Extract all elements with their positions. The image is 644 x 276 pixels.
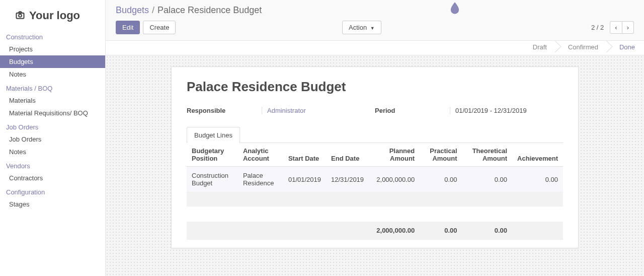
logo-text: Your logo	[29, 9, 80, 22]
pager-count: 2 / 2	[591, 24, 604, 31]
cell-theoretical-amount: 0.00	[462, 167, 512, 192]
sidebar-item-budgets[interactable]: Budgets	[0, 55, 105, 68]
col-analytic-account[interactable]: Analytic Account	[238, 143, 283, 167]
water-drop-icon	[448, 1, 462, 17]
page-title: Palace Residence Budget	[187, 79, 563, 95]
status-step-done[interactable]: Done	[607, 41, 644, 55]
logo[interactable]: Your logo	[0, 9, 105, 29]
nav-section-vendors[interactable]: Vendors	[0, 158, 105, 172]
chevron-left-icon: ‹	[615, 24, 617, 31]
col-planned-amount[interactable]: Planned Amount	[369, 143, 420, 167]
topbar: Budgets / Palace Residence Budget	[106, 0, 644, 21]
content-area: Palace Residence Budget Responsible Admi…	[106, 55, 644, 276]
cell-start-date: 01/01/2019	[283, 167, 326, 192]
breadcrumb-root[interactable]: Budgets	[116, 5, 149, 16]
toolbar: Edit Create Action ▼ 2 / 2 ‹ ›	[106, 21, 644, 40]
table-header-row: Budgetary Position Analytic Account Star…	[187, 143, 563, 167]
table-row[interactable]: Construction Budget Palace Residence 01/…	[187, 167, 563, 192]
col-start-date[interactable]: Start Date	[283, 143, 326, 167]
create-button[interactable]: Create	[143, 21, 176, 34]
budget-lines-table: Budgetary Position Analytic Account Star…	[187, 143, 563, 240]
status-step-confirmed[interactable]: Confirmed	[556, 41, 607, 55]
total-planned: 2,000,000.00	[369, 222, 420, 240]
col-achievement[interactable]: Achievement	[512, 143, 563, 167]
svg-point-1	[19, 14, 22, 17]
table-totals-row: 2,000,000.00 0.00 0.00	[187, 222, 563, 240]
period-label: Period	[375, 107, 450, 114]
breadcrumb: Budgets / Palace Residence Budget	[116, 5, 634, 16]
nav-section-construction[interactable]: Construction	[0, 29, 105, 43]
nav-section-materials[interactable]: Materials / BOQ	[0, 81, 105, 94]
breadcrumb-current: Palace Residence Budget	[157, 5, 262, 16]
total-practical: 0.00	[420, 222, 462, 240]
chevron-down-icon: ▼	[370, 26, 375, 31]
breadcrumb-separator: /	[152, 5, 154, 16]
edit-button[interactable]: Edit	[116, 21, 140, 34]
action-label: Action	[349, 24, 367, 31]
sidebar-item-notes[interactable]: Notes	[0, 68, 105, 81]
sidebar-item-materials[interactable]: Materials	[0, 94, 105, 107]
col-end-date[interactable]: End Date	[326, 143, 369, 167]
nav-section-configuration[interactable]: Configuration	[0, 184, 105, 198]
col-theoretical-amount[interactable]: Theoretical Amount	[462, 143, 512, 167]
pager-next-button[interactable]: ›	[622, 21, 634, 34]
action-dropdown[interactable]: Action ▼	[342, 21, 381, 34]
cell-end-date: 12/31/2019	[326, 167, 369, 192]
tab-budget-lines[interactable]: Budget Lines	[187, 127, 240, 143]
cell-budgetary-position: Construction Budget	[187, 167, 238, 192]
camera-icon	[15, 10, 25, 22]
cell-achievement: 0.00	[512, 167, 563, 192]
responsible-label: Responsible	[187, 107, 262, 114]
sidebar-item-contractors[interactable]: Contractors	[0, 172, 105, 184]
status-step-draft[interactable]: Draft	[521, 41, 556, 55]
gap-row	[187, 206, 563, 222]
tabs: Budget Lines	[187, 126, 563, 143]
nav-section-job-orders[interactable]: Job Orders	[0, 119, 105, 133]
col-budgetary-position[interactable]: Budgetary Position	[187, 143, 238, 167]
sidebar: Your logo Construction Projects Budgets …	[0, 0, 106, 276]
sidebar-item-stages[interactable]: Stages	[0, 198, 105, 211]
period-value: 01/01/2019 - 12/31/2019	[450, 107, 527, 114]
col-practical-amount[interactable]: Practical Amount	[420, 143, 462, 167]
pager-prev-button[interactable]: ‹	[610, 21, 622, 34]
chevron-right-icon: ›	[627, 24, 629, 31]
total-theoretical: 0.00	[462, 222, 512, 240]
cell-planned-amount: 2,000,000.00	[369, 167, 420, 192]
sidebar-item-job-notes[interactable]: Notes	[0, 146, 105, 158]
spacer-row	[187, 192, 563, 206]
main: Budgets / Palace Residence Budget Edit C…	[106, 0, 644, 276]
form-sheet: Palace Residence Budget Responsible Admi…	[171, 66, 579, 248]
cell-practical-amount: 0.00	[420, 167, 462, 192]
statusbar: Draft Confirmed Done	[106, 40, 644, 55]
responsible-value[interactable]: Administrator	[262, 107, 306, 114]
sidebar-item-projects[interactable]: Projects	[0, 43, 105, 55]
sidebar-item-job-orders[interactable]: Job Orders	[0, 133, 105, 146]
cell-analytic-account: Palace Residence	[238, 167, 283, 192]
sidebar-item-material-requisitions[interactable]: Material Requisitions/ BOQ	[0, 107, 105, 119]
